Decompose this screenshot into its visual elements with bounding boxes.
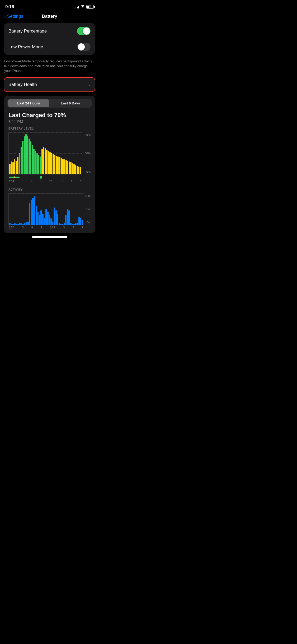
wifi-icon (81, 5, 85, 9)
activity-bar (29, 203, 30, 225)
time-label: 3 (22, 226, 24, 229)
battery-bar (43, 147, 44, 174)
time-label: 12 P (50, 226, 55, 229)
battery-bar (24, 136, 25, 174)
time-range-selector[interactable]: Last 24 Hours Last 6 Days (7, 99, 92, 108)
battery-level-label: BATTERY LEVEL (8, 127, 91, 130)
battery-bar (65, 160, 67, 174)
status-icons: 25 (74, 5, 94, 9)
low-power-mode-row: Low Power Mode (4, 39, 95, 55)
battery-bar (77, 166, 78, 174)
activity-bar (45, 209, 47, 225)
activity-bar (44, 218, 45, 225)
activity-bar (27, 222, 29, 225)
activity-bar (21, 223, 22, 225)
battery-bar (56, 156, 57, 174)
stats-card: Last 24 Hours Last 6 Days Last Charged t… (4, 96, 95, 233)
activity-bar (60, 224, 62, 225)
activity-bar (80, 218, 81, 225)
activity-bar (36, 206, 37, 225)
battery-bar (51, 153, 52, 174)
activity-bar (82, 220, 83, 225)
time-label: 6 (31, 226, 33, 229)
battery-bar (41, 149, 43, 174)
battery-bar (30, 141, 31, 174)
battery-bar (17, 157, 18, 174)
back-chevron-icon: ‹ (4, 13, 6, 20)
time-label: 6 (31, 180, 32, 183)
battery-bar (72, 163, 73, 174)
activity-bar (70, 223, 72, 225)
battery-health-row[interactable]: Battery Health › (4, 78, 95, 91)
activity-bar (32, 198, 34, 224)
battery-bar (29, 139, 30, 174)
activity-bar (72, 224, 73, 225)
activity-label: ACTIVITY (8, 188, 91, 191)
signal-icon (74, 5, 79, 8)
battery-bar (11, 162, 12, 174)
back-button[interactable]: ‹ Settings (4, 13, 23, 20)
activity-bar (57, 214, 58, 224)
battery-bar (35, 151, 36, 174)
time-label: 12 A (9, 180, 14, 183)
battery-bar (53, 154, 54, 174)
activity-bar (26, 222, 27, 224)
y-label-0: 0% (83, 170, 91, 173)
time-label: 12 P (49, 180, 54, 183)
battery-bar (38, 155, 39, 174)
activity-bar (49, 215, 50, 224)
activity-bar (17, 224, 19, 224)
charge-time: 3:11 PM (8, 119, 91, 124)
battery-chart-area (8, 132, 82, 174)
low-power-mode-label: Low Power Mode (8, 44, 43, 50)
battery-bar (25, 134, 27, 174)
activity-bar (11, 224, 12, 225)
activity-bar (64, 223, 65, 225)
time-label: 3 (22, 180, 23, 183)
time-label: 6 (71, 180, 73, 183)
battery-bar (19, 153, 20, 174)
tab-last-6-days[interactable]: Last 6 Days (50, 99, 91, 107)
battery-bar (21, 147, 22, 174)
activity-bar (42, 214, 44, 224)
activity-y-labels: 60m 30m 0m (85, 193, 91, 225)
home-indicator (32, 236, 67, 238)
battery-bar (67, 161, 68, 174)
activity-bar (24, 223, 25, 224)
battery-bar (78, 167, 79, 174)
chevron-right-icon: › (89, 82, 91, 87)
battery-bar (75, 165, 76, 174)
time-label: 9 (40, 180, 41, 183)
activity-bar (12, 224, 14, 224)
battery-icon: 25 (86, 5, 94, 9)
activity-bar (31, 200, 32, 224)
activity-bar (54, 208, 55, 225)
time-label: 6 (73, 226, 74, 229)
battery-bar (22, 141, 23, 174)
activity-bar (40, 210, 42, 224)
activity-y-label-30m: 30m (85, 208, 91, 211)
activity-y-label-0m: 0m (85, 221, 91, 224)
activity-bar (59, 223, 60, 225)
activity-bar (14, 223, 16, 225)
battery-time-labels: 12 A36912 P369 (8, 179, 82, 183)
tab-last-24-hours[interactable]: Last 24 Hours (8, 99, 49, 107)
battery-level-chart: BATTERY LEVEL ⚡ (4, 127, 95, 183)
battery-bar (45, 148, 46, 174)
battery-percentage-toggle[interactable] (77, 27, 91, 35)
low-power-mode-toggle[interactable] (77, 43, 91, 51)
battery-bar (16, 161, 17, 174)
activity-bar (68, 210, 70, 224)
battery-bar (69, 162, 70, 174)
status-bar: 9:16 25 (0, 0, 99, 12)
activity-bar (52, 222, 53, 225)
activity-bar (50, 218, 52, 225)
battery-bar (9, 164, 11, 174)
y-label-50: 50% (83, 152, 91, 155)
activity-bar (55, 210, 57, 224)
battery-health-section: Battery Health › (4, 78, 95, 91)
activity-bar (19, 223, 20, 225)
battery-bar (14, 159, 15, 174)
battery-bar (36, 153, 38, 174)
activity-bar (62, 224, 63, 224)
